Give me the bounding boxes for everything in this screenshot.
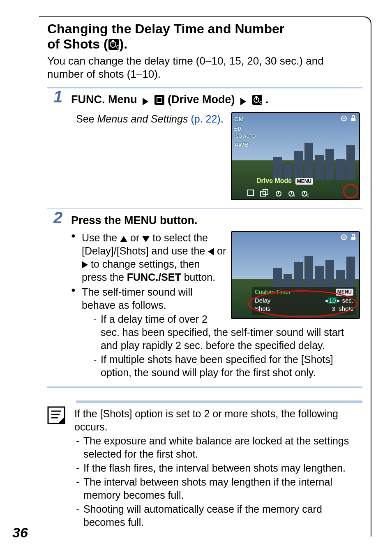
svg-text:C: C	[259, 100, 262, 104]
text: Use the	[82, 232, 120, 243]
down-arrow-icon	[142, 236, 150, 242]
see-prefix: See	[76, 113, 97, 125]
svg-text:2: 2	[293, 194, 295, 197]
mode-indicator: CM	[234, 116, 256, 123]
screenshot-left-icons: CM ±0 ISO AUTO AWB	[234, 116, 256, 148]
left-arrow-icon	[208, 248, 214, 255]
step-2-heading: Press the MENU button.	[71, 213, 360, 228]
custom-timer-icon: C	[252, 95, 266, 108]
dash-item: If multiple shots have been specified fo…	[93, 353, 360, 379]
intro-text: You can change the delay time (0–10, 15,…	[47, 54, 362, 81]
text: or	[214, 245, 226, 257]
dash-list: If a delay time of over 2 sec. has been …	[93, 312, 360, 379]
drive-mode-text: Drive Mode	[256, 177, 292, 184]
svg-rect-10	[255, 96, 257, 97]
bullet-item: The self-timer sound will behave as foll…	[71, 285, 360, 379]
arrow-right-icon	[143, 98, 148, 105]
menu-badge: MENU	[295, 178, 313, 185]
camera-screenshot-drive-mode: CM ±0 ISO AUTO AWB Drive Mode	[231, 112, 360, 200]
svg-rect-15	[248, 190, 254, 196]
bullet-item: Use the or to select the [Delay]/[Shots]…	[71, 231, 360, 284]
note-item: Shooting will automatically cease if the…	[76, 502, 362, 529]
text: The self-timer sound will behave as foll…	[82, 286, 193, 311]
see-italic: Menus and Settings	[97, 113, 188, 125]
drive-mode-label: Drive Mode MENU	[256, 177, 313, 185]
note-intro: If the [Shots] option is set to 2 or mor…	[74, 408, 338, 433]
svg-rect-14	[351, 118, 355, 121]
svg-rect-5	[154, 95, 164, 105]
title-line-2-suffix: ).	[120, 37, 128, 51]
page-number: 36	[12, 525, 28, 541]
arrow-right-icon	[240, 98, 246, 105]
selection-circle-callout	[343, 184, 358, 199]
step-row: 1 FUNC. Menu (Drive Mode)	[47, 88, 362, 209]
single-shot-option-icon	[247, 189, 255, 197]
iso-indicator: ISO AUTO	[234, 134, 256, 139]
lock-icon	[350, 115, 357, 122]
page-reference-link[interactable]: (p. 22)	[191, 113, 220, 125]
note-block: If the [Shots] option is set to 2 or mor…	[47, 407, 362, 530]
note-body: If the [Shots] option is set to 2 or mor…	[74, 407, 362, 530]
step-2-bullets: Use the or to select the [Delay]/[Shots]…	[71, 231, 360, 379]
drive-mode-options: 2 C	[247, 189, 357, 197]
record-icon	[340, 115, 348, 122]
exposure-indicator: ±0	[234, 125, 256, 132]
see-suffix: .	[221, 113, 224, 125]
note-divider	[76, 400, 362, 403]
title-line-1: Changing the Delay Time and Number	[47, 21, 284, 36]
svg-text:C: C	[116, 45, 119, 49]
step-number: 2	[47, 209, 69, 387]
continuous-option-icon	[260, 189, 270, 197]
svg-rect-3	[112, 40, 114, 42]
text: or	[127, 232, 142, 243]
step1-head-mid: (Drive Mode)	[168, 93, 235, 106]
steps-table: 1 FUNC. Menu (Drive Mode)	[47, 87, 362, 388]
screenshot-skyline	[273, 143, 355, 180]
step-1-heading: FUNC. Menu (Drive Mode)	[71, 93, 360, 109]
note-icon	[47, 406, 68, 530]
svg-text:C: C	[307, 194, 309, 197]
wb-indicator: AWB	[234, 141, 256, 148]
section-title: Changing the Delay Time and Number of Sh…	[47, 21, 362, 52]
right-arrow-icon	[82, 261, 88, 268]
svg-marker-33	[59, 418, 64, 423]
self-timer-2-option-icon: 2	[288, 189, 296, 197]
note-dash-list: The exposure and white balance are locke…	[76, 434, 362, 529]
note-item: The interval between shots may lengthen …	[76, 475, 362, 502]
dash-item: If a delay time of over 2 sec. has been …	[93, 312, 360, 352]
page: Changing the Delay Time and Number of Sh…	[0, 0, 392, 553]
up-arrow-icon	[120, 236, 127, 242]
text: button.	[181, 271, 215, 283]
step1-head-prefix: FUNC. Menu	[71, 93, 137, 106]
svg-point-13	[343, 118, 345, 119]
self-timer-option-icon	[274, 189, 283, 197]
screenshot-top-right	[340, 115, 357, 122]
note-item: The exposure and white balance are locke…	[76, 434, 362, 460]
title-line-2-prefix: of Shots (	[47, 37, 108, 51]
content-frame: Changing the Delay Time and Number of Sh…	[39, 16, 371, 537]
step-row: 2 Press the MENU button.	[47, 209, 362, 387]
custom-timer-icon: C	[108, 39, 120, 50]
step1-head-suffix: .	[265, 93, 269, 106]
note-item: If the flash fires, the interval between…	[76, 461, 362, 474]
func-set-label: FUNC./SET	[127, 271, 181, 283]
custom-timer-option-icon: C	[301, 189, 309, 197]
step-number: 1	[47, 88, 69, 209]
single-shot-icon	[154, 95, 168, 108]
